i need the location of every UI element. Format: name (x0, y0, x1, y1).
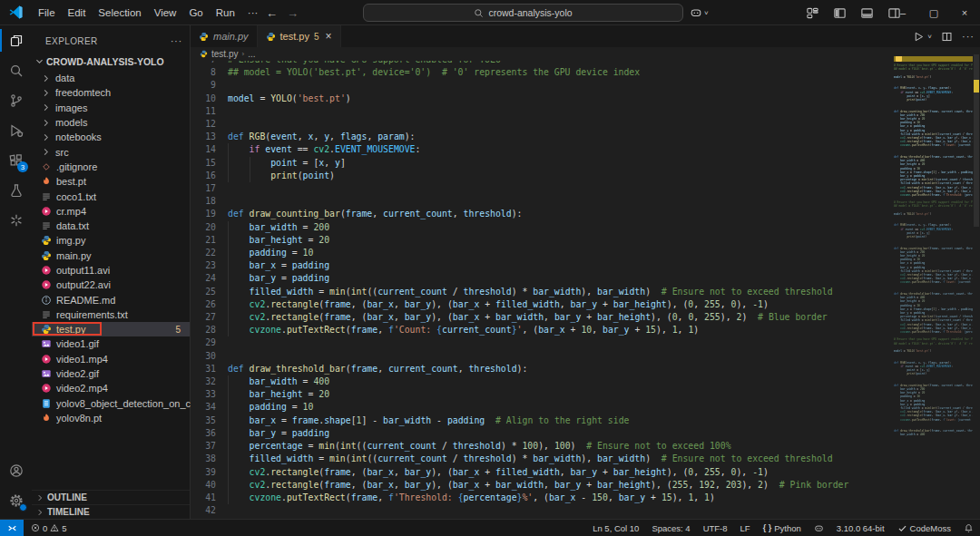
remote-indicator[interactable] (0, 520, 24, 536)
tab-close-icon[interactable]: × (326, 30, 332, 43)
item-label: video2.mp4 (56, 383, 108, 394)
tree-file--gitignore[interactable]: .gitignore (32, 160, 190, 174)
line-content: cv2.rectangle(frame, (bar_x, bar_y), (ba… (228, 466, 894, 479)
status-notifications[interactable] (957, 520, 980, 536)
tree-file-output22-avi[interactable]: output22.avi (32, 278, 190, 292)
tree-folder-models[interactable]: models (32, 115, 190, 130)
tree-file-data-txt[interactable]: data.txt (32, 219, 190, 233)
split-editor-icon[interactable] (941, 31, 953, 43)
menu-file[interactable]: File (32, 4, 62, 22)
chevron-right-icon (35, 493, 44, 502)
activity-search-icon[interactable] (0, 55, 32, 85)
status-cursor-position[interactable]: Ln 5, Col 10 (586, 520, 645, 536)
code-line-26: 26 cv2.rectangle(frame, (bar_x, bar_y), … (191, 298, 894, 311)
line-number: 10 (191, 93, 228, 105)
close-icon[interactable]: × (949, 0, 980, 25)
indent-guide (228, 234, 229, 247)
info-file-icon (41, 295, 52, 306)
minimize-icon[interactable]: – (887, 0, 918, 25)
toggle-primary-sidebar-icon[interactable] (828, 3, 850, 23)
code-line-25: 25 filled_width = min(int((current_count… (191, 286, 894, 298)
menu-selection[interactable]: Selection (92, 4, 147, 22)
code-editor[interactable]: 7# Ensure that you have GPU support enab… (191, 61, 894, 519)
status-eol[interactable]: LF (734, 520, 757, 536)
status-language-mode[interactable]: { }Python (757, 520, 808, 536)
panel-outline[interactable]: OUTLINE (32, 490, 190, 504)
run-button[interactable] (913, 31, 925, 43)
copilot-menu-button[interactable]: ˅ (690, 4, 709, 22)
activity-run-debug-icon[interactable] (0, 115, 32, 145)
menu-run[interactable]: Run (210, 4, 241, 22)
tree-folder-src[interactable]: src (32, 144, 190, 159)
line-content: bar_y = padding (228, 272, 894, 285)
error-count: 0 (43, 523, 47, 533)
tree-file-video1-mp4[interactable]: video1.mp4 (32, 352, 190, 366)
indent-guide (228, 324, 229, 336)
tree-folder-images[interactable]: images (32, 101, 190, 115)
problems-status[interactable]: 0 5 (24, 523, 74, 533)
activity-extensions-icon[interactable]: 3 (0, 145, 32, 175)
tree-file-test-py[interactable]: test.py5 (32, 322, 190, 336)
item-label: freedomtech (55, 87, 111, 98)
image-file-icon (41, 338, 52, 349)
run-dropdown-chevron-icon[interactable]: ˅ (927, 33, 932, 41)
indent-guide (228, 247, 229, 259)
menu-go[interactable]: Go (182, 4, 209, 22)
back-icon[interactable]: ← (266, 6, 278, 20)
code-line-32: bar_width = 400 (894, 433, 973, 436)
activity-testing-icon[interactable] (0, 175, 32, 205)
explorer-more-actions-icon[interactable]: ··· (171, 36, 182, 46)
status-python-interpreter[interactable]: 3.10.0 64-bit (830, 520, 891, 536)
tree-folder-freedomtech[interactable]: freedomtech (32, 85, 190, 100)
tree-file-readme-md[interactable]: README.md (32, 292, 190, 307)
activity-explorer-icon[interactable] (0, 25, 32, 55)
activity-accounts-icon[interactable] (0, 455, 32, 485)
tree-file-video1-gif[interactable]: video1.gif (32, 336, 190, 351)
tree-file-requirements-txt[interactable]: requirements.txt (32, 307, 190, 322)
editor-group: main.pytest.py5× ˅ ··· test.py › ... 7# … (191, 25, 980, 519)
breadcrumb[interactable]: test.py › ... (191, 47, 980, 61)
tree-root-folder[interactable]: CROWD-ANALYSIS-YOLO (32, 54, 190, 69)
tab-test-py[interactable]: test.py5× (258, 25, 341, 47)
item-label: yolov8_object_detection_on_cu... (56, 398, 204, 409)
panel-timeline[interactable]: TIMELINE (32, 504, 190, 519)
tree-file-yolov8n-pt[interactable]: yolov8n.pt (32, 411, 190, 425)
menu-more[interactable]: ··· (241, 4, 265, 22)
tree-file-output11-avi[interactable]: output11.avi (32, 263, 190, 278)
line-content: percentage = min(int((current_count / th… (228, 440, 894, 453)
tree-file-img-py[interactable]: img.py (32, 233, 190, 248)
activity-chatgpt-icon[interactable] (0, 205, 32, 235)
status-indentation[interactable]: Spaces: 4 (645, 520, 696, 536)
menu-view[interactable]: View (148, 4, 183, 22)
error-icon (31, 523, 40, 532)
tree-file-video2-gif[interactable]: video2.gif (32, 366, 190, 381)
tree-file-coco1-txt[interactable]: coco1.txt (32, 189, 190, 203)
tree-file-yolov8-object-detection-on-cu-[interactable]: yolov8_object_detection_on_cu... (32, 396, 190, 411)
toggle-panel-icon[interactable] (856, 3, 877, 23)
activity-settings-icon[interactable] (0, 485, 32, 515)
command-center-search[interactable]: crowd-analysis-yolo (363, 4, 683, 22)
activity-bar: 3 (0, 25, 32, 519)
remote-icon (7, 523, 17, 533)
menu-edit[interactable]: Edit (62, 4, 93, 22)
forward-icon[interactable]: → (287, 6, 299, 20)
status-codemoss[interactable]: CodeMoss (891, 520, 957, 536)
editor-scrollbar[interactable] (973, 47, 980, 519)
tab-main-py[interactable]: main.py (191, 25, 258, 47)
maximize-icon[interactable]: ▢ (918, 0, 949, 25)
code-line-9: 9 (191, 79, 894, 92)
minimap[interactable]: # Ensure that you have GPU support enabl… (894, 56, 973, 519)
tree-file-best-pt[interactable]: best.pt (32, 174, 190, 189)
tree-folder-data[interactable]: data (32, 71, 190, 85)
tree-file-cr-mp4[interactable]: cr.mp4 (32, 204, 190, 219)
line-content (228, 182, 894, 195)
tree-folder-notebooks[interactable]: notebooks (32, 130, 190, 144)
line-content: def draw_threshold_bar(frame, current_co… (228, 363, 894, 375)
customize-layout-icon[interactable] (801, 3, 823, 23)
status-encoding[interactable]: UTF-8 (697, 520, 734, 536)
activity-source-control-icon[interactable] (0, 85, 32, 115)
more-actions-icon[interactable]: ··· (962, 31, 975, 42)
tree-file-main-py[interactable]: main.py (32, 249, 190, 263)
tree-file-video2-mp4[interactable]: video2.mp4 (32, 381, 190, 395)
status-copilot-status[interactable] (808, 520, 830, 536)
